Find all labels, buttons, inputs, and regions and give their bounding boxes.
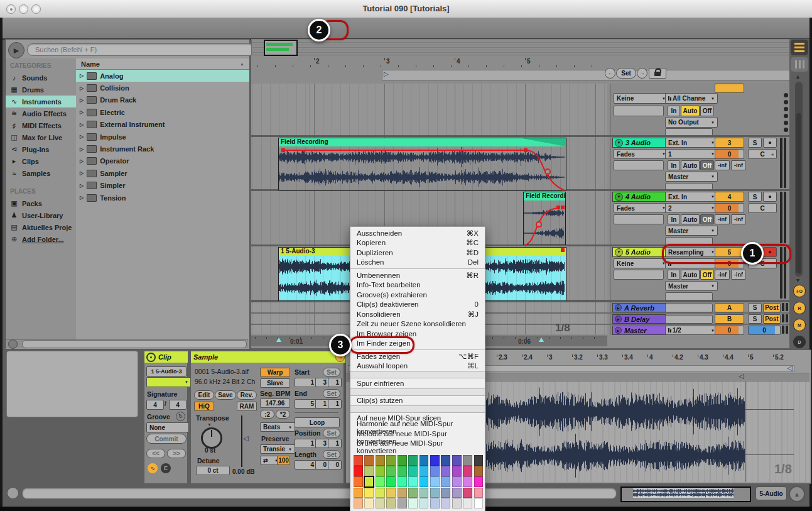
fold-button[interactable]: ▶ xyxy=(615,304,622,311)
start-set-button[interactable]: Set xyxy=(323,368,340,376)
color-swatch[interactable] xyxy=(441,488,450,498)
track-header-4[interactable]: ▼4 Audio Fades▼ Ext. In▼ 2▼ In Auto Off … xyxy=(610,191,790,245)
color-swatch[interactable] xyxy=(376,466,385,476)
disclosure-triangle-icon[interactable]: ▷ xyxy=(80,122,84,128)
gain-slider[interactable] xyxy=(241,415,242,467)
color-swatch[interactable] xyxy=(398,498,407,509)
track-4-name[interactable]: ▼4 Audio xyxy=(612,192,666,202)
color-swatch[interactable] xyxy=(420,476,429,487)
scrub-area[interactable]: ▷ xyxy=(382,70,791,80)
menu-item-drums-auf-neue-midi-spur-konvertieren[interactable]: Drums auf neue MIDI-Spur konvertieren xyxy=(350,442,485,453)
color-swatch[interactable] xyxy=(364,476,374,487)
browser-item-analog[interactable]: ▷Analog xyxy=(76,70,249,82)
color-swatch[interactable] xyxy=(474,488,484,498)
track-3-input-type[interactable]: Ext. In▼ xyxy=(665,138,718,148)
gain-value[interactable]: 0.00 dB xyxy=(232,468,255,475)
track-5-monitor-in[interactable]: In xyxy=(668,270,680,280)
track-4-volume-b[interactable]: -inf xyxy=(731,214,746,224)
color-swatch[interactable] xyxy=(354,488,363,498)
menu-item-duplizieren[interactable]: Duplizieren⌘D xyxy=(350,248,485,258)
track-4-monitor-in[interactable]: In xyxy=(668,214,680,224)
list-header[interactable]: Name ▲ xyxy=(76,58,249,70)
track-3-fades-chooser[interactable]: Fades▼ xyxy=(614,149,669,159)
color-swatch[interactable] xyxy=(376,488,385,498)
color-swatch[interactable] xyxy=(398,466,407,476)
sidebar-item-max-for-live[interactable]: ◫Max for Live xyxy=(6,131,76,143)
slave-button[interactable]: Slave xyxy=(260,378,290,388)
sidebar-place-aktuelles-proje[interactable]: ▤Aktuelles Proje xyxy=(6,221,76,233)
color-swatch[interactable] xyxy=(474,455,484,466)
track-2-input-channel-chooser[interactable]: All Channe▼ xyxy=(665,93,718,104)
color-swatch[interactable] xyxy=(376,498,385,509)
disclosure-triangle-icon[interactable]: ▷ xyxy=(80,146,84,152)
browser-item-electric[interactable]: ▷Electric xyxy=(76,106,249,118)
scrollbar-thumb[interactable] xyxy=(796,113,801,273)
length-six[interactable]: 0 xyxy=(328,460,342,470)
track-3-solo-button[interactable]: S xyxy=(748,138,762,148)
browser-item-collision[interactable]: ▷Collision xyxy=(76,82,249,94)
return-header-b[interactable]: ▶B Delay B S Post xyxy=(610,314,790,324)
return-b-activator[interactable]: B xyxy=(715,314,744,324)
fold-button[interactable]: ▶ xyxy=(615,327,622,334)
browser-item-simpler[interactable]: ▷Simpler xyxy=(76,180,249,192)
disclosure-triangle-icon[interactable]: ▷ xyxy=(80,183,84,189)
detune-value[interactable]: 0 ct xyxy=(196,466,230,475)
menu-item-clip-s-deaktivieren[interactable]: Clip(s) deaktivieren0 xyxy=(350,300,485,310)
hiq-button[interactable]: HiQ xyxy=(194,402,214,411)
ram-button[interactable]: RAM xyxy=(237,402,257,411)
end-six[interactable]: 1 xyxy=(328,399,342,409)
track-5-monitor-off[interactable]: Off xyxy=(700,270,714,280)
beat-time-ruler[interactable]: 2345 xyxy=(251,57,607,69)
return-header-a[interactable]: ▶A Reverb A S Post xyxy=(610,302,790,312)
length-set-button[interactable]: Set xyxy=(323,450,340,459)
clip-field-recording-2[interactable]: Field Recordi xyxy=(523,192,566,245)
sidebar-place-user-library[interactable]: ♟User-Library xyxy=(6,209,76,221)
menu-item-clip-s-stutzen[interactable]: Clip(s) stutzen xyxy=(350,396,485,406)
color-swatch[interactable] xyxy=(463,466,472,476)
session-view-toggle[interactable] xyxy=(791,57,808,72)
browser-item-tension[interactable]: ▷Tension xyxy=(76,192,249,204)
track-5-monitor-auto[interactable]: Auto xyxy=(681,270,700,280)
return-b-name[interactable]: ▶B Delay xyxy=(612,314,666,324)
menu-item-umbenennen[interactable]: Umbenennen⌘R xyxy=(350,270,485,280)
half-tempo-button[interactable]: :2 xyxy=(260,410,274,419)
signature-numerator[interactable]: 4 xyxy=(146,400,164,410)
warp-button[interactable]: Warp xyxy=(260,368,290,377)
browser-item-impulse[interactable]: ▷Impulse xyxy=(76,131,249,143)
sidebar-item-drums[interactable]: ▦Drums xyxy=(6,84,76,96)
end-set-button[interactable]: Set xyxy=(323,389,340,398)
menu-item-info-text-bearbeiten[interactable]: Info-Text bearbeiten xyxy=(350,280,485,290)
color-swatch[interactable] xyxy=(398,476,407,487)
sidebar-place-packs[interactable]: ▣Packs xyxy=(6,197,76,209)
browser-item-instrument-rack[interactable]: ▷Instrument Rack xyxy=(76,143,249,155)
sidebar-item-samples[interactable]: ≈Samples xyxy=(6,167,76,179)
color-swatch[interactable] xyxy=(474,498,484,509)
color-swatch[interactable] xyxy=(463,476,472,487)
color-swatch[interactable] xyxy=(398,488,407,498)
show-returns-button[interactable]: R xyxy=(793,302,806,314)
track-3-name[interactable]: ▼3 Audio xyxy=(612,138,666,148)
disclosure-triangle-icon[interactable]: ▷ xyxy=(80,170,84,176)
track-3-monitor-off[interactable]: Off xyxy=(700,160,714,170)
track-2-monitor-in[interactable]: In xyxy=(668,106,680,116)
color-swatch[interactable] xyxy=(441,466,450,476)
master-pan[interactable]: 0 xyxy=(715,326,744,335)
return-a-post-toggle[interactable]: Post xyxy=(763,303,781,312)
track-4-monitor-off[interactable]: Off xyxy=(700,214,714,224)
loop-end-marker-icon[interactable]: ◁ xyxy=(787,364,792,372)
track-2-fades-chooser[interactable]: Keine▼ xyxy=(614,93,669,104)
track-3-input-channel[interactable]: 1▼ xyxy=(665,149,718,159)
color-swatch[interactable] xyxy=(408,476,418,487)
clip-fade-handle[interactable] xyxy=(561,248,565,252)
lock-envelopes-button[interactable] xyxy=(649,68,666,79)
show-delay-button[interactable]: D xyxy=(793,336,806,348)
track-4-output-chooser[interactable]: Master▼ xyxy=(665,226,718,236)
color-swatch[interactable] xyxy=(376,476,385,487)
sidebar-item-instruments[interactable]: ∿Instruments xyxy=(6,96,76,107)
color-swatch[interactable] xyxy=(364,466,374,476)
return-b-post-toggle[interactable]: Post xyxy=(763,314,781,324)
color-swatch[interactable] xyxy=(386,455,396,466)
loop-set-button[interactable]: Set xyxy=(616,68,636,79)
locator-marker-left[interactable] xyxy=(276,338,281,342)
loop-set-next-button[interactable]: → xyxy=(637,68,647,79)
